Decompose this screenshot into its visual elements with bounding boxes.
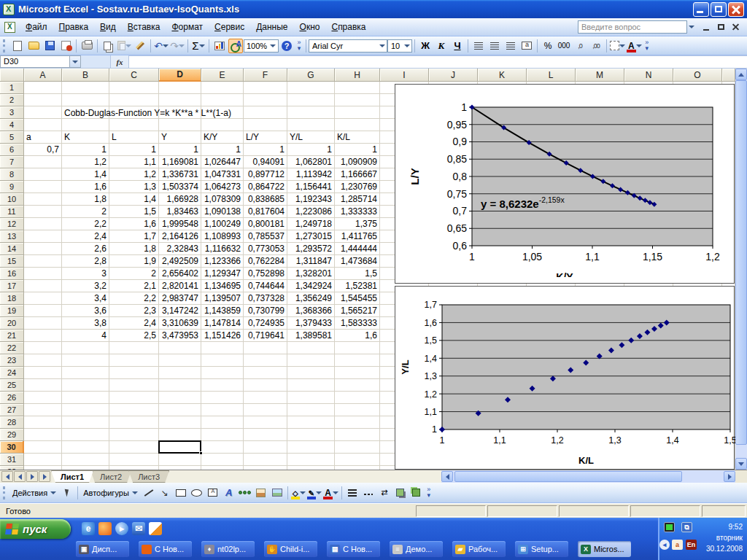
workbook-close-button[interactable]	[731, 23, 741, 32]
formatting-options-chevron[interactable]: »▾	[643, 40, 651, 50]
cell-E9[interactable]: 1,064273	[201, 181, 244, 193]
arrow-style-button[interactable]: ⇄	[377, 486, 392, 500]
cell-A22[interactable]	[24, 342, 62, 354]
cell-A15[interactable]	[24, 255, 62, 268]
cell-C24[interactable]	[109, 367, 159, 379]
chart-ly-ky[interactable]: 10,950,90,850,80,750,70,650,611,051,11,1…	[395, 84, 735, 284]
new-button[interactable]	[10, 39, 25, 53]
cell-H26[interactable]	[335, 392, 380, 404]
cell-E28[interactable]	[201, 416, 244, 429]
menu-item-3[interactable]: Вид	[94, 20, 122, 34]
autosum-button[interactable]: Σ	[191, 39, 206, 53]
cell-E27[interactable]	[201, 404, 244, 416]
cell-C29[interactable]	[109, 429, 159, 441]
cell-G6[interactable]: 1	[287, 144, 335, 156]
cell-C22[interactable]	[109, 342, 159, 354]
cell-C14[interactable]: 1,8	[109, 243, 159, 255]
clipart-button[interactable]	[254, 486, 268, 500]
paste-button[interactable]	[117, 39, 131, 53]
cell-C21[interactable]: 2,5	[109, 330, 159, 342]
italic-button[interactable]: К	[434, 39, 449, 53]
cell-H3[interactable]	[335, 106, 380, 119]
cell-F5[interactable]: L/Y	[244, 131, 287, 144]
cell-C16[interactable]: 2	[109, 268, 159, 280]
textbox-tool-button[interactable]	[206, 486, 220, 500]
sheet-tab-Лист1[interactable]: Лист1	[51, 470, 93, 483]
cell-F20[interactable]: 0,724935	[244, 317, 287, 330]
cell-B9[interactable]: 1,6	[62, 181, 109, 193]
quicklaunch-firefox-icon[interactable]	[98, 522, 112, 535]
cell-D2[interactable]	[159, 94, 201, 106]
dash-style-button[interactable]	[361, 486, 376, 500]
cell-A13[interactable]	[24, 230, 62, 243]
drawing-toggle-button[interactable]	[228, 39, 243, 53]
cell-G27[interactable]	[287, 404, 335, 416]
vertical-scrollbar[interactable]	[735, 69, 747, 470]
cell-H7[interactable]: 1,090909	[335, 156, 380, 168]
cell-C17[interactable]: 2,1	[109, 280, 159, 292]
cell-B7[interactable]: 1,2	[62, 156, 109, 168]
cell-D1[interactable]	[159, 82, 201, 94]
row-header-23[interactable]: 23	[0, 354, 24, 367]
cell-F3[interactable]	[244, 106, 287, 119]
column-header-C[interactable]: C	[109, 69, 159, 82]
cell-A2[interactable]	[24, 94, 62, 106]
restore-button[interactable]	[711, 2, 727, 17]
cell-C9[interactable]: 1,3	[109, 181, 159, 193]
select-all-corner[interactable]	[0, 69, 24, 82]
chart-yl-kl[interactable]: 1,71,61,51,41,31,21,1111,11,21,31,41,5Y/…	[395, 286, 735, 470]
menu-item-5[interactable]: Формат	[166, 20, 209, 34]
cell-F2[interactable]	[244, 94, 287, 106]
taskbar-button-9[interactable]: XMicros...	[578, 541, 631, 557]
name-box-dropdown[interactable]	[70, 55, 81, 68]
cell-C1[interactable]	[109, 82, 159, 94]
cell-E10[interactable]: 1,078309	[201, 193, 244, 206]
cell-A21[interactable]	[24, 330, 62, 342]
first-sheet-button[interactable]	[1, 471, 13, 482]
column-header-F[interactable]: F	[244, 69, 287, 82]
drawing-options-chevron[interactable]: »▾	[425, 487, 433, 497]
tray-network-icon[interactable]: ⧉	[681, 522, 692, 532]
cell-B14[interactable]: 2,6	[62, 243, 109, 255]
cell-B24[interactable]	[62, 367, 109, 379]
row-header-13[interactable]: 13	[0, 230, 24, 243]
cell-E1[interactable]	[201, 82, 244, 94]
cell-H12[interactable]: 1,375	[335, 218, 380, 230]
cell-B26[interactable]	[62, 392, 109, 404]
cell-D20[interactable]: 3,310639	[159, 317, 201, 330]
cell-G31[interactable]	[287, 454, 335, 466]
row-header-21[interactable]: 21	[0, 330, 24, 342]
bold-button[interactable]: Ж	[418, 39, 433, 53]
row-header-16[interactable]: 16	[0, 268, 24, 280]
cell-B15[interactable]: 2,8	[62, 255, 109, 268]
cell-H17[interactable]: 1,52381	[335, 280, 380, 292]
cell-E30[interactable]	[201, 441, 244, 454]
cell-H8[interactable]: 1,166667	[335, 168, 380, 181]
copy-button[interactable]	[101, 39, 115, 53]
cell-C30[interactable]	[109, 441, 159, 454]
cell-B5[interactable]: K	[62, 131, 109, 144]
cell-G30[interactable]	[287, 441, 335, 454]
align-right-button[interactable]	[503, 39, 518, 53]
row-header-24[interactable]: 24	[0, 367, 24, 379]
cell-D16[interactable]: 2,656402	[159, 268, 201, 280]
cell-F18[interactable]: 0,737328	[244, 292, 287, 305]
actions-menu[interactable]: Действия	[9, 487, 59, 499]
cell-C23[interactable]	[109, 354, 159, 367]
cell-D9[interactable]: 1,503374	[159, 181, 201, 193]
cell-B30[interactable]	[62, 441, 109, 454]
cell-B8[interactable]: 1,4	[62, 168, 109, 181]
cell-C4[interactable]	[109, 119, 159, 131]
line-style-button[interactable]	[345, 486, 360, 500]
menu-item-7[interactable]: Данные	[250, 20, 293, 34]
cell-F1[interactable]	[244, 82, 287, 94]
cell-E22[interactable]	[201, 342, 244, 354]
cell-F30[interactable]	[244, 441, 287, 454]
row-header-7[interactable]: 7	[0, 156, 24, 168]
cell-A5[interactable]: a	[24, 131, 62, 144]
cell-E7[interactable]: 1,026447	[201, 156, 244, 168]
cell-F6[interactable]: 1	[244, 144, 287, 156]
cell-G29[interactable]	[287, 429, 335, 441]
cell-B16[interactable]: 3	[62, 268, 109, 280]
taskbar-button-2[interactable]: С Нов...	[139, 541, 192, 557]
